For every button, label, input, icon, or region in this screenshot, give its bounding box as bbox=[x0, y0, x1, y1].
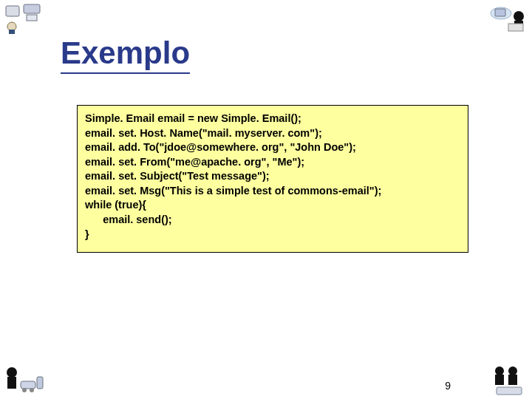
code-line: while (true){ bbox=[85, 198, 460, 213]
svg-rect-12 bbox=[21, 381, 35, 389]
svg-point-7 bbox=[514, 11, 524, 21]
svg-rect-17 bbox=[495, 375, 504, 385]
code-line: email. set. From("me@apache. org", "Me")… bbox=[85, 155, 460, 170]
code-line: email. set. Subject("Test message"); bbox=[85, 169, 460, 184]
svg-rect-0 bbox=[6, 6, 19, 16]
svg-rect-19 bbox=[508, 375, 517, 385]
code-line: } bbox=[85, 228, 460, 242]
svg-rect-4 bbox=[9, 30, 15, 34]
svg-point-13 bbox=[22, 388, 27, 392]
slide-title: Exemplo bbox=[61, 35, 190, 74]
svg-point-14 bbox=[30, 388, 34, 392]
code-line: email. set. Host. Name("mail. myserver. … bbox=[85, 126, 460, 141]
code-line: email. send(); bbox=[85, 213, 460, 228]
svg-rect-20 bbox=[497, 387, 522, 395]
svg-rect-15 bbox=[37, 377, 43, 389]
svg-rect-11 bbox=[7, 377, 16, 389]
code-line: email. add. To("jdoe@somewhere. org", "J… bbox=[85, 140, 460, 155]
svg-rect-1 bbox=[24, 4, 40, 13]
svg-rect-6 bbox=[495, 9, 505, 16]
svg-point-18 bbox=[508, 366, 517, 375]
clipart-bottom-right bbox=[486, 362, 531, 398]
code-example-box: Simple. Email email = new Simple. Email(… bbox=[77, 105, 468, 253]
clipart-bottom-left bbox=[1, 362, 46, 398]
svg-point-10 bbox=[7, 367, 17, 378]
clipart-top-left bbox=[1, 1, 46, 37]
page-number: 9 bbox=[445, 380, 451, 392]
code-line: Simple. Email email = new Simple. Email(… bbox=[85, 112, 460, 126]
clipart-top-right bbox=[486, 1, 531, 37]
svg-point-16 bbox=[495, 366, 504, 375]
svg-rect-2 bbox=[27, 15, 37, 21]
code-line: email. set. Msg("This is a simple test o… bbox=[85, 184, 460, 199]
svg-rect-9 bbox=[508, 24, 523, 31]
